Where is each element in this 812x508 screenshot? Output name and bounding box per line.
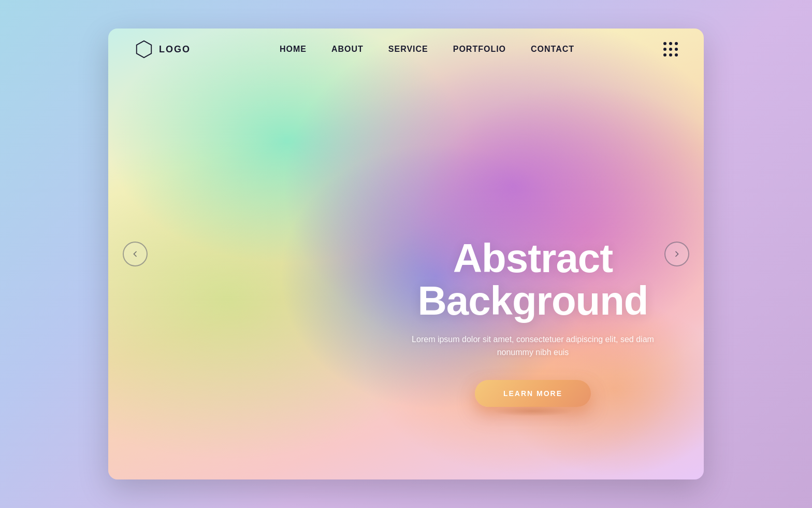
- logo-icon: [134, 39, 154, 59]
- nav-service[interactable]: SERVICE: [388, 45, 428, 54]
- hero-title: Abstract Background: [403, 237, 662, 322]
- navbar: LOGO HOME ABOUT SERVICE PORTFOLIO CONTAC…: [108, 29, 704, 70]
- menu-dots-icon[interactable]: [663, 42, 678, 57]
- logo-text: LOGO: [159, 44, 191, 55]
- chevron-left-icon: [130, 249, 140, 259]
- nav-links: HOME ABOUT SERVICE PORTFOLIO CONTACT: [280, 45, 574, 54]
- hero-content: Abstract Background Lorem ipsum dolor si…: [403, 237, 662, 407]
- hero-section: LOGO HOME ABOUT SERVICE PORTFOLIO CONTAC…: [108, 29, 704, 479]
- learn-more-button[interactable]: LEARN MORE: [475, 380, 591, 407]
- prev-button[interactable]: [123, 242, 148, 266]
- nav-about[interactable]: ABOUT: [331, 45, 364, 54]
- hero-subtitle: Lorem ipsum dolor sit amet, consectetuer…: [403, 333, 662, 359]
- logo-area[interactable]: LOGO: [134, 39, 191, 59]
- nav-contact[interactable]: CONTACT: [531, 45, 574, 54]
- next-button[interactable]: [664, 242, 689, 266]
- nav-home[interactable]: HOME: [280, 45, 307, 54]
- svg-marker-0: [137, 41, 152, 58]
- chevron-right-icon: [672, 249, 682, 259]
- nav-portfolio[interactable]: PORTFOLIO: [453, 45, 506, 54]
